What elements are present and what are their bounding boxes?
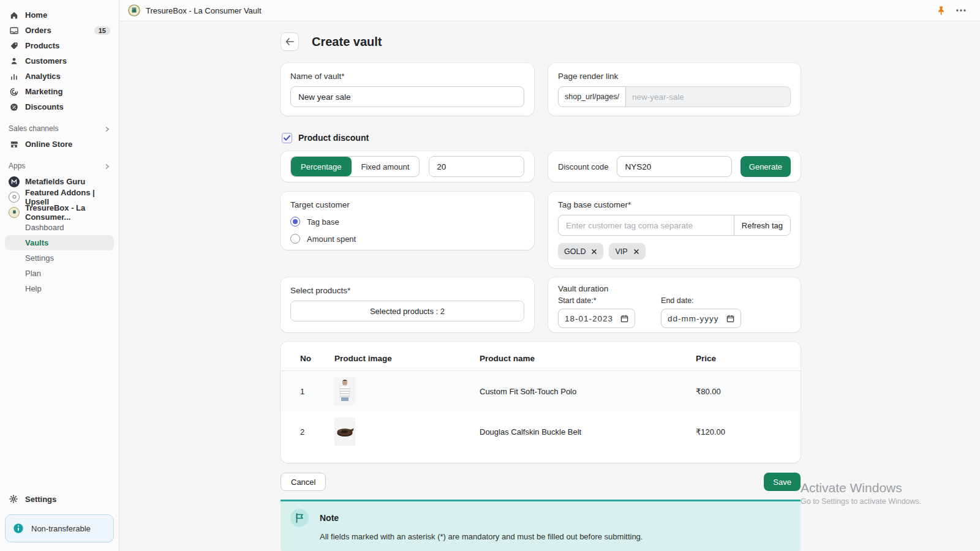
sidebar-item-analytics[interactable]: Analytics: [5, 69, 114, 84]
customers-icon: [9, 56, 19, 66]
sidebar-item-label: Discounts: [25, 102, 110, 111]
remove-tag-icon[interactable]: [591, 249, 597, 255]
refresh-tag-button[interactable]: Refresh tag: [734, 216, 790, 235]
topbar: TresureBox - La Consumer Vault: [119, 0, 980, 21]
selected-products-button[interactable]: Selected products : 2: [290, 301, 524, 321]
amount-spent-radio-label: Amount spent: [307, 234, 356, 244]
discount-code-label: Discount code: [558, 162, 608, 171]
sidebar-item-label: Settings: [25, 495, 56, 504]
sidebar: Home Orders 15 Products Customers Analyt…: [0, 0, 119, 551]
main-content: Create vault Name of vault* Page render …: [119, 21, 980, 551]
select-products-label: Select products*: [290, 286, 524, 295]
gear-icon: [9, 494, 19, 504]
sidebar-item-label: Home: [25, 10, 110, 20]
sidebar-item-label: Analytics: [25, 72, 110, 81]
tag-base-customer-card: Tag base customer* Refresh tag GOLD VI: [548, 192, 801, 268]
featured-addons-app-icon: [9, 192, 20, 203]
product-image-polo: [334, 377, 355, 405]
calendar-icon: [726, 315, 734, 323]
apps-header[interactable]: Apps: [9, 162, 110, 170]
amount-spent-radio-row[interactable]: Amount spent: [290, 234, 524, 244]
sidebar-item-customers[interactable]: Customers: [5, 53, 114, 69]
end-date-input[interactable]: dd-mm-yyyy: [661, 309, 741, 328]
sidebar-item-tresurebox[interactable]: TresureBox - La Consumer...: [5, 204, 114, 220]
sidebar-item-dashboard[interactable]: Dashboard: [5, 220, 114, 235]
pin-icon[interactable]: [937, 6, 946, 16]
sidebar-item-settings[interactable]: Settings: [5, 491, 114, 507]
storefront-icon: [9, 139, 19, 149]
sidebar-item-vaults[interactable]: Vaults: [5, 235, 114, 250]
tag-base-radio-label: Tag base: [307, 217, 339, 227]
customer-tag-input[interactable]: [559, 216, 734, 235]
more-options-icon[interactable]: [956, 9, 967, 12]
check-icon: [284, 135, 290, 141]
discount-code-card: Discount code Generate: [548, 151, 801, 182]
page-render-link-label: Page render link: [558, 72, 791, 81]
note-body: All fields marked with an asterisk (*) a…: [320, 532, 791, 541]
sidebar-item-online-store[interactable]: Online Store: [5, 137, 114, 152]
app-title: TresureBox - La Consumer Vault: [146, 6, 262, 15]
product-image-belt: [334, 418, 355, 446]
target-customer-label: Target customer: [290, 200, 524, 209]
discount-type-segmented-control: Percentage Fixed amount: [290, 156, 420, 177]
save-button[interactable]: Save: [764, 473, 801, 491]
sidebar-item-featured-addons[interactable]: Featured Addons | Upsell: [5, 189, 114, 204]
sidebar-item-products[interactable]: Products: [5, 38, 114, 53]
amount-spent-radio[interactable]: [290, 234, 300, 244]
sidebar-item-discounts[interactable]: Discounts: [5, 99, 114, 114]
discount-type-card: Percentage Fixed amount %: [281, 151, 534, 182]
percentage-segment[interactable]: Percentage: [291, 157, 352, 176]
calendar-icon: [620, 315, 628, 323]
generate-button[interactable]: Generate: [741, 156, 791, 177]
sidebar-item-help[interactable]: Help: [5, 281, 114, 296]
products-icon: [9, 40, 19, 51]
discount-code-input[interactable]: [617, 156, 731, 177]
discounts-icon: [9, 102, 19, 112]
tag-base-customer-label: Tag base customer*: [558, 200, 791, 209]
start-date-label: Start date:*: [558, 296, 635, 305]
tag-base-radio[interactable]: [290, 217, 300, 227]
tresurebox-app-icon: [9, 207, 20, 218]
start-date-input[interactable]: 18-01-2023: [558, 309, 635, 328]
sales-channels-header[interactable]: Sales channels: [9, 124, 110, 133]
table-row: 1 Custom Fit Soft-Touch Polo ₹80.00: [281, 371, 801, 412]
page-title: Create vault: [312, 35, 382, 49]
orders-count-badge: 15: [94, 26, 110, 35]
end-date-label: End date:: [661, 296, 741, 305]
name-of-vault-card: Name of vault*: [281, 63, 534, 116]
sidebar-item-marketing[interactable]: Marketing: [5, 84, 114, 99]
flag-icon: [290, 509, 309, 527]
product-discount-checkbox[interactable]: [282, 133, 292, 143]
note-banner: Note All fields marked with an asterisk …: [281, 500, 801, 551]
url-prefix: shop_url/pages/: [558, 86, 626, 107]
vault-duration-card: Vault duration Start date:* 18-01-2023: [548, 277, 801, 332]
cancel-button[interactable]: Cancel: [281, 473, 326, 491]
sidebar-item-label: Metafields Guru: [25, 177, 110, 186]
sidebar-item-home[interactable]: Home: [5, 7, 114, 23]
sidebar-item-orders[interactable]: Orders 15: [5, 23, 114, 38]
chevron-right-icon: [104, 163, 110, 169]
column-header-product-image: Product image: [334, 348, 480, 371]
sidebar-item-plan[interactable]: Plan: [5, 266, 114, 281]
sidebar-item-metafields-guru[interactable]: Metafields Guru: [5, 174, 114, 189]
fixed-amount-segment[interactable]: Fixed amount: [352, 157, 420, 176]
vault-name-input[interactable]: [290, 86, 524, 107]
info-icon: [13, 523, 24, 534]
analytics-icon: [9, 71, 19, 81]
table-row: 2 Douglas Calfskin Buckle Belt ₹120.00: [281, 411, 801, 452]
orders-icon: [9, 25, 19, 36]
target-customer-card: Target customer Tag base Amount spent: [281, 192, 534, 250]
page-slug-input[interactable]: [626, 86, 791, 107]
selected-products-table-card: No Product image Product name Price 1: [281, 342, 801, 463]
product-discount-checkbox-row[interactable]: Product discount: [282, 132, 801, 144]
plan-banner[interactable]: Non-transferable: [5, 514, 114, 542]
sidebar-item-app-settings[interactable]: Settings: [5, 250, 114, 266]
sidebar-item-label: Marketing: [25, 87, 110, 96]
back-button[interactable]: [281, 32, 299, 51]
app-window: Home Orders 15 Products Customers Analyt…: [0, 0, 980, 551]
tag-base-radio-row[interactable]: Tag base: [290, 217, 524, 227]
remove-tag-icon[interactable]: [633, 249, 639, 255]
note-title: Note: [320, 513, 339, 523]
sidebar-item-label: Online Store: [25, 140, 110, 149]
discount-value-input[interactable]: [429, 157, 524, 176]
